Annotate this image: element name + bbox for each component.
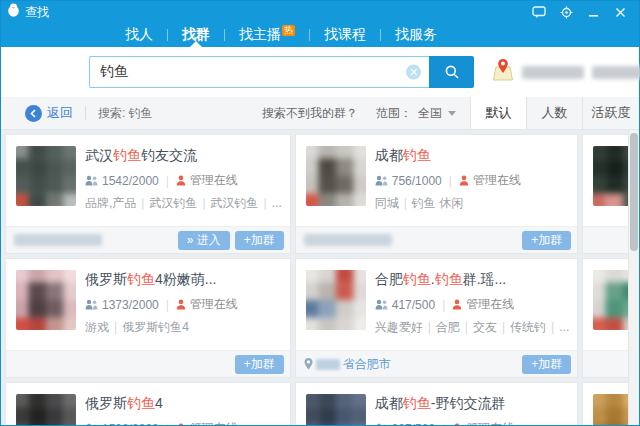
group-card[interactable]: 成都钓鱼-野钓交流群337/500|管理在线+加群 xyxy=(295,382,579,425)
group-stats: 417/500|管理在线 xyxy=(375,296,570,313)
filter-right: 搜索不到我的群？ 范围： 全国 默认人数活跃度 xyxy=(262,97,639,129)
nav-tab-找人[interactable]: 找人 xyxy=(111,23,167,47)
location-info xyxy=(492,58,640,86)
card-footer: 省合肥市+加群 xyxy=(296,350,578,377)
members-icon xyxy=(85,299,98,310)
members-icon xyxy=(85,175,98,186)
divider: | xyxy=(166,174,169,188)
group-title: 成都钓鱼 xyxy=(375,147,570,165)
results-area: 武汉钓鱼钓友交流1542/2000|管理在线品牌,产品|武汉钓鱼|武汉钓鱼|..… xyxy=(1,130,639,425)
map-location-icon[interactable] xyxy=(492,58,514,86)
sort-tab-活跃度[interactable]: 活跃度 xyxy=(583,97,639,129)
group-location-link[interactable]: 省合肥市 xyxy=(304,356,391,373)
admin-online-icon xyxy=(452,299,462,310)
nav-tab-找群[interactable]: 找群 xyxy=(168,23,224,47)
member-count: 756/1000 xyxy=(392,174,442,188)
admin-status: 管理在线 xyxy=(473,172,521,189)
nav-tab-label: 找人 xyxy=(125,26,153,42)
join-group-button[interactable]: +加群 xyxy=(522,355,571,374)
group-avatar xyxy=(306,146,366,206)
divider: | xyxy=(442,298,445,312)
redacted-location-text xyxy=(522,66,584,79)
minimize-icon[interactable] xyxy=(586,5,600,19)
location-text: 省合肥市 xyxy=(343,356,391,373)
member-count: 1596/2000 xyxy=(102,422,159,426)
group-avatar xyxy=(16,394,76,425)
window-title: 查找 xyxy=(25,4,49,21)
range-dropdown[interactable]: 全国 xyxy=(418,105,456,122)
chevron-down-icon xyxy=(448,111,456,116)
redacted-group-info xyxy=(14,234,102,246)
search-input[interactable] xyxy=(89,56,429,88)
scrollbar-thumb[interactable] xyxy=(630,133,638,251)
join-group-button[interactable]: +加群 xyxy=(235,231,284,250)
scrollbar-track[interactable] xyxy=(628,130,639,425)
settings-gear-icon[interactable] xyxy=(559,5,573,19)
members-icon xyxy=(375,299,388,310)
join-group-button[interactable]: +加群 xyxy=(522,231,571,250)
group-avatar xyxy=(16,270,76,330)
members-icon xyxy=(85,423,98,425)
group-card[interactable]: 合肥钓鱼.钓鱼群.瑶...417/500|管理在线兴趣爱好|合肥|交友|传统钓|… xyxy=(295,258,579,378)
qq-penguin-icon xyxy=(7,3,20,21)
search-icon xyxy=(444,64,460,80)
search-section: ✕ xyxy=(1,47,639,97)
clear-search-icon[interactable]: ✕ xyxy=(406,65,421,80)
admin-status: 管理在线 xyxy=(190,172,238,189)
close-icon[interactable] xyxy=(613,5,627,19)
nav-tab-label: 找群 xyxy=(182,26,210,42)
group-stats: 756/1000|管理在线 xyxy=(375,172,570,189)
join-group-button[interactable]: +加群 xyxy=(235,355,284,374)
nav-tab-label: 找课程 xyxy=(324,26,366,42)
card-footer: » 进入+加群 xyxy=(6,226,290,253)
group-card[interactable]: 成都钓鱼756/1000|管理在线同城|钓鱼 休闲+加群 xyxy=(295,134,579,254)
feedback-bubble-icon[interactable] xyxy=(532,5,546,19)
group-title: 俄罗斯钓鱼4粉嫩萌... xyxy=(85,271,282,289)
admin-status: 管理在线 xyxy=(466,420,514,425)
redacted-group-info xyxy=(304,234,392,246)
group-grid: 武汉钓鱼钓友交流1542/2000|管理在线品牌,产品|武汉钓鱼|武汉钓鱼|..… xyxy=(5,134,624,425)
member-count: 1542/2000 xyxy=(102,174,159,188)
sort-tabs: 默认人数活跃度 xyxy=(470,97,639,129)
group-title: 俄罗斯钓鱼4 xyxy=(85,395,282,413)
range-value: 全国 xyxy=(418,105,442,122)
group-tags: 品牌,产品|武汉钓鱼|武汉钓鱼|... xyxy=(85,195,282,212)
group-stats: 1542/2000|管理在线 xyxy=(85,172,282,189)
enter-group-button[interactable]: » 进入 xyxy=(178,231,230,250)
search-button[interactable] xyxy=(429,56,474,88)
location-pin-icon xyxy=(304,358,313,370)
divider: | xyxy=(449,174,452,188)
member-count: 417/500 xyxy=(392,298,435,312)
nav-tab-label: 找服务 xyxy=(395,26,437,42)
group-avatar xyxy=(306,270,366,330)
admin-online-icon xyxy=(176,423,186,425)
card-footer: +加群 xyxy=(6,350,290,377)
admin-online-icon xyxy=(176,175,186,186)
group-card[interactable]: 武汉钓鱼钓友交流1542/2000|管理在线品牌,产品|武汉钓鱼|武汉钓鱼|..… xyxy=(5,134,291,254)
nav-tab-找课程[interactable]: 找课程 xyxy=(310,23,380,47)
cant-find-group-link[interactable]: 搜索不到我的群？ xyxy=(262,105,358,122)
admin-online-icon xyxy=(176,299,186,310)
nav-tab-找服务[interactable]: 找服务 xyxy=(381,23,451,47)
divider: | xyxy=(442,422,445,426)
group-card[interactable]: 俄罗斯钓鱼41596/2000|管理在线+加群 xyxy=(5,382,291,425)
members-icon xyxy=(375,423,388,425)
member-count: 337/500 xyxy=(392,422,435,426)
members-icon xyxy=(375,175,388,186)
admin-online-icon xyxy=(459,175,469,186)
group-tags: 游戏|俄罗斯钓鱼4 xyxy=(85,319,282,336)
sort-tab-人数[interactable]: 人数 xyxy=(527,97,583,129)
titlebar: 查找 xyxy=(1,1,639,23)
group-title: 成都钓鱼-野钓交流群 xyxy=(375,395,570,413)
group-card[interactable]: 俄罗斯钓鱼4粉嫩萌...1373/2000|管理在线游戏|俄罗斯钓鱼4+加群 xyxy=(5,258,291,378)
nav-tabs: 找人找群找主播热找课程找服务 xyxy=(1,23,639,47)
nav-tab-找主播[interactable]: 找主播热 xyxy=(225,23,309,47)
title-left: 查找 xyxy=(7,3,49,21)
back-arrow-icon xyxy=(25,105,42,122)
sort-tab-默认[interactable]: 默认 xyxy=(471,97,527,129)
back-button[interactable]: 返回 xyxy=(25,104,73,122)
group-avatar xyxy=(16,146,76,206)
divider: | xyxy=(166,298,169,312)
find-window: 查找 找人找群找主播热找课程找服务 ✕ xyxy=(0,0,640,426)
group-avatar xyxy=(306,394,366,425)
